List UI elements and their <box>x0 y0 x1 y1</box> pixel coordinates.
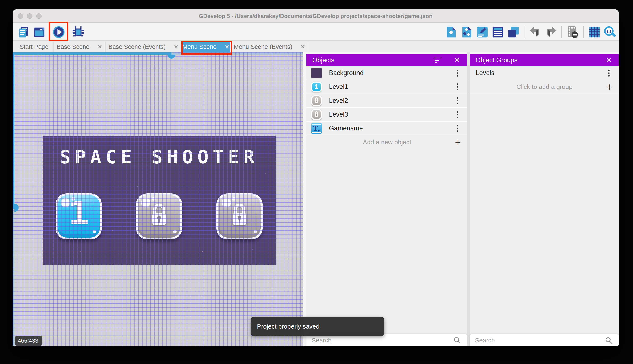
content-area: SPACE SHOOTER 1 <box>13 52 619 346</box>
row-menu-icon[interactable] <box>457 111 459 118</box>
add-group-plus-icon[interactable]: + <box>606 81 612 93</box>
tab-close-icon[interactable]: ✕ <box>225 44 229 50</box>
group-label: Levels <box>476 69 608 77</box>
close-objects-panel-icon[interactable]: ✕ <box>454 56 460 64</box>
play-preview-button[interactable] <box>53 26 65 38</box>
add-object-plus-icon[interactable]: + <box>455 136 461 148</box>
tab-start-page[interactable]: Start Page <box>15 41 54 52</box>
toggle-mask-button[interactable] <box>566 26 579 38</box>
tab-base-scene-events[interactable]: Base Scene (Events)✕ <box>106 41 182 52</box>
grid-icon <box>588 26 600 38</box>
row-menu-icon[interactable] <box>457 84 459 90</box>
groups-search-bar <box>470 334 619 346</box>
vertical-scroll-handle[interactable] <box>15 204 19 212</box>
objects-search-bar <box>306 334 467 346</box>
group-row-levels[interactable]: Levels <box>470 66 619 80</box>
close-object-groups-panel-icon[interactable]: ✕ <box>606 56 611 64</box>
row-menu-icon[interactable] <box>457 125 459 132</box>
vertical-scrollbar[interactable] <box>13 52 15 346</box>
level1-button-thumbnail: 1 <box>311 82 322 92</box>
object-row-level1[interactable]: 1 Level1 <box>306 80 467 94</box>
groups-search-input[interactable] <box>475 337 605 344</box>
object-row-level3[interactable]: Level3 <box>306 108 467 122</box>
scene-editor-canvas[interactable]: SPACE SHOOTER 1 <box>13 52 303 346</box>
open-object-groups-panel-button[interactable] <box>461 26 473 38</box>
level1-button-instance[interactable]: 1 <box>56 193 102 240</box>
objects-panel-empty-space <box>306 149 467 334</box>
object-label: Level2 <box>329 97 457 104</box>
undo-button[interactable] <box>529 26 541 38</box>
open-objects-panel-button[interactable] <box>445 26 457 38</box>
horizontal-scroll-handle[interactable] <box>167 54 175 59</box>
canvas-panel-gap <box>303 52 306 346</box>
add-object-label: Add a new object <box>306 138 455 146</box>
window-title: GDevelop 5 - /Users/dkarakay/Documents/G… <box>13 10 619 23</box>
lock-icon <box>227 202 252 229</box>
add-group-label: Click to add a group <box>470 83 606 90</box>
tab-close-icon[interactable]: ✕ <box>97 44 102 50</box>
debug-bug-icon <box>72 26 84 38</box>
toolbar-right-group: 1:1 <box>445 23 616 41</box>
search-icon <box>605 336 612 344</box>
object-groups-panel: Object Groups ✕ Levels Click to add a gr… <box>470 52 619 346</box>
gloss-dot <box>253 230 257 233</box>
tab-close-icon[interactable]: ✕ <box>300 44 305 50</box>
panels-divider[interactable] <box>467 52 470 346</box>
scene-title-text-instance[interactable]: SPACE SHOOTER <box>43 146 275 168</box>
object-groups-panel-title: Object Groups <box>476 56 606 64</box>
row-menu-icon[interactable] <box>608 70 610 76</box>
object-groups-empty-space <box>470 94 619 334</box>
toggle-grid-button[interactable] <box>588 26 600 38</box>
tab-close-icon[interactable]: ✕ <box>174 44 178 50</box>
open-properties-panel-button[interactable] <box>476 26 488 38</box>
tab-label: Base Scene (Events) <box>109 44 166 50</box>
zoom-1-1-button[interactable]: 1:1 <box>604 26 616 38</box>
play-icon <box>53 26 65 38</box>
object-row-gamename[interactable]: Tx Gamename <box>306 122 467 136</box>
tab-label: Menu Scene <box>182 44 217 50</box>
save-toast: Project properly saved <box>251 317 384 336</box>
object-row-level2[interactable]: Level2 <box>306 94 467 108</box>
scene-background-instance[interactable]: SPACE SHOOTER 1 <box>43 136 275 265</box>
tab-menu-scene[interactable]: Menu Scene✕ <box>182 41 230 52</box>
cursor-coordinates-badge: 466;433 <box>15 336 42 346</box>
level1-digit: 1 <box>58 195 100 231</box>
add-object-row[interactable]: Add a new object + <box>306 136 467 149</box>
row-menu-icon[interactable] <box>457 97 459 104</box>
search-icon <box>453 336 461 344</box>
preview-window-button[interactable] <box>33 26 45 38</box>
lock-icon <box>147 202 171 229</box>
project-manager-icon <box>18 26 30 38</box>
level2-button-face <box>138 195 180 238</box>
zoom-1-1-icon: 1:1 <box>604 26 616 38</box>
object-label: Level1 <box>329 83 457 90</box>
object-groups-page-icon <box>461 26 473 38</box>
toolbar-separator <box>524 26 524 38</box>
filter-icon[interactable] <box>435 58 442 63</box>
objects-search-input[interactable] <box>312 337 453 344</box>
open-layers-panel-button[interactable] <box>507 26 519 38</box>
tab-bar: Start Page Base Scene✕ Base Scene (Event… <box>13 41 619 52</box>
level2-button-instance[interactable] <box>136 193 182 240</box>
redo-button[interactable] <box>545 26 557 38</box>
project-manager-button[interactable] <box>18 26 30 38</box>
tab-menu-scene-events[interactable]: Menu Scene (Events)✕ <box>230 41 309 52</box>
objects-panel: Objects ✕ Background 1 Level1 <box>306 52 467 346</box>
object-label: Background <box>329 69 457 77</box>
tab-label: Base Scene <box>57 44 89 50</box>
open-instances-list-button[interactable] <box>492 26 504 38</box>
horizontal-scrollbar-thumb[interactable] <box>13 52 171 54</box>
layers-icon <box>507 26 519 38</box>
horizontal-scrollbar[interactable] <box>13 52 303 54</box>
text-object-thumbnail: Tx <box>311 123 322 134</box>
row-menu-icon[interactable] <box>457 70 459 76</box>
object-row-background[interactable]: Background <box>306 66 467 80</box>
tab-base-scene[interactable]: Base Scene✕ <box>54 41 106 52</box>
preview-window-icon <box>33 26 45 38</box>
add-group-row[interactable]: Click to add a group + <box>470 80 619 94</box>
debug-button[interactable] <box>72 26 84 38</box>
locked-button-thumbnail <box>311 96 322 106</box>
level3-button-instance[interactable] <box>216 193 262 240</box>
vertical-scrollbar-thumb[interactable] <box>13 52 15 209</box>
mask-frame-icon <box>566 26 579 38</box>
